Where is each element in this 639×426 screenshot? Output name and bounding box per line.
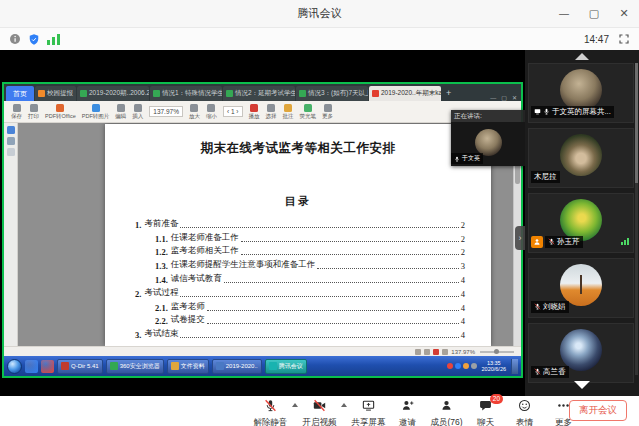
document-page: 期末在线考试监考等相关工作安排 目录 1.考前准备21.1.任课老师准备工作21… — [105, 124, 491, 346]
shared-window-control-icon[interactable]: ▢ — [501, 94, 507, 101]
document-icon — [80, 90, 87, 97]
new-tab-icon[interactable]: + — [442, 86, 455, 101]
toolbar-tool-PDF转图片[interactable]: PDF转图片 — [82, 104, 110, 120]
toolbar-button-screen[interactable]: 共享屏幕 — [350, 398, 387, 426]
app-tab[interactable]: 情况3：(如有)7天以上学生 — [296, 86, 368, 101]
toolbar-button-mic[interactable]: 解除静音 — [252, 398, 289, 426]
shared-window-controls[interactable]: —▢✕ — [490, 94, 521, 101]
single-page-icon[interactable] — [424, 349, 430, 355]
taskbar-button[interactable]: 360安全浏览器 — [106, 359, 164, 374]
participant-tile[interactable]: 刘晓娟 — [528, 258, 634, 318]
panel-collapse-chevron-icon[interactable]: › — [515, 226, 525, 250]
toc-leader — [180, 296, 458, 297]
taskbar-button[interactable]: 文件资料 — [167, 359, 209, 374]
toc-entry: 1.4.诚信考试教育4 — [135, 271, 465, 285]
app-tab[interactable]: 校园提报 — [35, 86, 76, 101]
document-title: 期末在线考试监考等相关工作安排 — [105, 140, 491, 157]
zoom-slider[interactable] — [480, 351, 514, 353]
options-caret-icon[interactable] — [340, 398, 348, 407]
speaking-now-overlay[interactable]: 正在讲话: 于文英 — [451, 110, 525, 166]
toc-label: 考试结束 — [144, 328, 178, 340]
app-tab[interactable]: 2019-2020..年期末kaoshi4.pdf✕ — [369, 86, 441, 101]
participant-tile[interactable]: 于文英的屏幕共... — [528, 63, 634, 123]
toolbar-tool-打印[interactable]: 打印 — [28, 104, 39, 120]
toc-entry: 2.1.监考老师4 — [135, 299, 465, 313]
toolbar-tool-编辑[interactable]: 编辑 — [115, 104, 126, 120]
toolbar-tool-保存[interactable]: 保存 — [11, 104, 22, 120]
toolbar-tool-荧光笔[interactable]: 荧光笔 — [300, 104, 317, 120]
start-button[interactable] — [7, 359, 22, 374]
meeting-info-bar: 14:47 — [0, 28, 639, 50]
minimize-icon[interactable]: — — [549, 0, 579, 27]
sidebar-scrollbar[interactable] — [635, 63, 638, 375]
toolbar-tool-更多[interactable]: 更多 — [322, 104, 333, 120]
tool-label: 播放 — [249, 113, 260, 120]
toolbar-button-emoji[interactable]: 表情 — [506, 398, 543, 426]
taskbar-button[interactable]: 2019-2020.. — [212, 359, 262, 374]
toolbar-tool-PDF转Office[interactable]: PDF转Office — [45, 104, 76, 120]
thumbnail-pane-icon[interactable] — [7, 126, 15, 134]
tray-icon-4[interactable] — [471, 363, 477, 369]
participant-tile[interactable]: 高兰香 — [528, 323, 634, 383]
scroll-down-icon[interactable] — [574, 381, 590, 389]
shared-window-control-icon[interactable]: — — [490, 95, 496, 101]
pdf-side-panel[interactable] — [4, 123, 18, 346]
toc-page-number: 4 — [461, 275, 465, 285]
app-tab[interactable]: 2019-2020期..2006.20(已填) — [77, 86, 149, 101]
meeting-info-icon[interactable] — [9, 33, 21, 45]
scroll-up-icon[interactable] — [575, 53, 589, 60]
toolbar-button-label: 开启视频 — [303, 417, 337, 426]
fullread-icon[interactable] — [433, 349, 439, 355]
app-tab[interactable]: 首页 — [6, 86, 34, 101]
outline-pane-icon[interactable] — [7, 137, 15, 145]
quicklaunch-icon-2[interactable] — [41, 360, 54, 373]
bookmark-pane-icon[interactable] — [7, 148, 15, 156]
network-signal-icon[interactable] — [47, 34, 60, 45]
tool-label: 保存 — [11, 113, 22, 120]
toolbar-button-invite[interactable]: 邀请 — [389, 398, 426, 426]
mic-muted-icon — [534, 368, 541, 377]
security-shield-icon[interactable] — [28, 33, 40, 46]
participant-label: 于文英的屏幕共... — [531, 106, 614, 118]
toc-leader — [207, 323, 459, 324]
toolbar-field[interactable]: 137.97% — [149, 106, 183, 117]
toc-entry: 1.2.监考老师相关工作2 — [135, 244, 465, 258]
tab-label: 情况2：延期考试学生名单 — [235, 89, 295, 98]
tool-icon — [304, 104, 312, 112]
toolbar-tool-缩小[interactable]: 缩小 — [206, 104, 217, 120]
taskbar-clock: 13:352020/6/26 — [482, 360, 506, 373]
app-tab[interactable]: 情况2：延期考试学生名单 — [223, 86, 295, 101]
tray-icon-3[interactable] — [463, 363, 469, 369]
close-icon[interactable]: ✕ — [609, 0, 639, 27]
tool-icon — [207, 104, 215, 112]
toolbar-tool-选择[interactable]: 选择 — [266, 104, 277, 120]
toolbar-button-member[interactable]: 成员(76) — [428, 398, 465, 426]
toolbar-button-chat[interactable]: 20聊天 — [467, 398, 504, 426]
toolbar-tool-放大[interactable]: 放大 — [189, 104, 200, 120]
shared-window-control-icon[interactable]: ✕ — [512, 94, 517, 101]
options-caret-icon[interactable] — [291, 398, 299, 407]
two-page-icon[interactable] — [442, 349, 448, 355]
participant-tile[interactable]: 孙玉芹 — [528, 193, 634, 253]
speaker-video-thumbnail[interactable]: 于文英 — [451, 122, 525, 166]
tray-icon-1[interactable] — [447, 363, 453, 369]
tray-icon-2[interactable] — [455, 363, 461, 369]
leave-meeting-button[interactable]: 离开会议 — [569, 400, 627, 421]
participant-name: 孙玉芹 — [557, 237, 580, 247]
app-tab[interactable]: 情况1：特殊情况学生统计表 — [150, 86, 222, 101]
toolbar-tool-播放[interactable]: 播放 — [249, 104, 260, 120]
toolbar-tool-插入[interactable]: 插入 — [132, 104, 143, 120]
toolbar-button-camera[interactable]: 开启视频 — [301, 398, 338, 426]
taskbar-button[interactable]: 腾讯会议 — [265, 359, 307, 374]
tool-label: PDF转Office — [45, 113, 76, 120]
taskbar-button[interactable]: Q-Dir 5.41 — [57, 359, 103, 374]
fullscreen-icon[interactable] — [618, 33, 630, 45]
meeting-toolbar: 解除静音开启视频共享屏幕邀请成员(76)20聊天表情更多 离开会议 — [0, 396, 639, 426]
toolbar-field[interactable]: ‹ 1 › — [223, 106, 243, 117]
quicklaunch-icon-1[interactable] — [25, 360, 38, 373]
toolbar-tool-批注[interactable]: 批注 — [283, 104, 294, 120]
view-mode-icon[interactable] — [415, 349, 421, 355]
show-desktop-button[interactable] — [511, 359, 518, 374]
participant-tile[interactable]: 木尼拉 — [528, 128, 634, 188]
maximize-icon[interactable]: ▢ — [579, 0, 609, 27]
